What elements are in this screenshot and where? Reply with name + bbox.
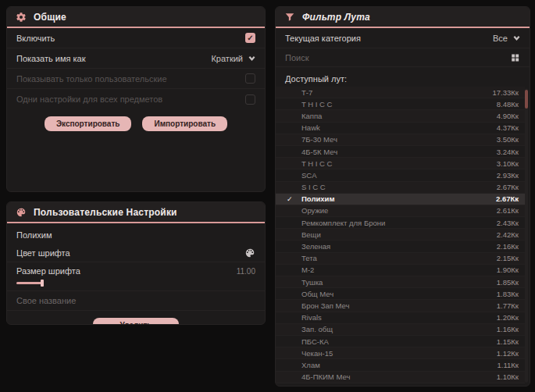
loot-item-name: Полихим	[295, 194, 496, 203]
loot-item-name: Hawk	[295, 123, 497, 132]
chevron-down-icon	[513, 34, 520, 41]
same-settings-row: Одни настройки для всех предметов	[7, 89, 265, 109]
custom-panel-title: Пользовательские Настройки	[34, 207, 177, 218]
loot-row[interactable]: Зеленая2.16Кк	[276, 241, 525, 252]
category-dropdown[interactable]: Все	[493, 34, 520, 43]
loot-row[interactable]: Ремкомплект для Брони2.43Кк	[276, 217, 525, 229]
show-name-dropdown[interactable]: Краткий	[211, 54, 255, 63]
loot-scrollbar-thumb[interactable]	[525, 90, 528, 109]
grid-icon[interactable]	[510, 52, 520, 63]
only-custom-checkbox[interactable]	[245, 73, 255, 84]
loot-row[interactable]: Зап. общ1.16Кк	[276, 324, 525, 336]
loot-item-value: 2.67Кк	[497, 183, 519, 191]
loot-row[interactable]: Общ Меч1.83Кк	[276, 288, 525, 300]
enable-checkbox[interactable]: ✓	[245, 33, 255, 43]
loot-item-value: 1.85Кк	[497, 278, 519, 287]
loot-item-value: 3.24Кк	[497, 148, 519, 156]
loot-item-value: 2.61Кк	[497, 206, 519, 215]
search-row	[276, 48, 530, 67]
loot-item-name: 4Б-ПКИМ Меч	[295, 372, 497, 381]
loot-row[interactable]: 7Б-30 Меч3.50Кк	[276, 134, 525, 146]
loot-item-name: Брон Зап Меч	[295, 301, 497, 310]
loot-item-name: Тета	[295, 254, 497, 262]
show-name-row: Показать имя как Краткий	[7, 48, 265, 69]
show-name-label: Показать имя как	[16, 54, 86, 63]
loot-scrollbar[interactable]	[525, 88, 528, 383]
category-row: Текущая категория Все	[276, 28, 530, 48]
loot-row[interactable]: Тета2.15Кк	[276, 253, 525, 265]
loot-item-value: 8.48Кк	[497, 100, 519, 109]
loot-item-value: 3.50Кк	[497, 135, 519, 144]
slider-thumb[interactable]	[41, 280, 44, 287]
loot-item-value: 4.37Кк	[497, 123, 519, 132]
loot-row[interactable]: Вещи2.42Кк	[276, 229, 525, 241]
enable-row: Включить ✓	[7, 28, 265, 48]
funnel-icon	[284, 12, 295, 23]
loot-item-name: Чекан-15	[295, 349, 497, 358]
font-size-slider[interactable]	[16, 281, 255, 285]
filter-panel-title: Фильтр Лута	[302, 12, 370, 23]
loot-item-value: 17.33Кк	[493, 88, 519, 97]
loot-row[interactable]: Брон Зап Меч1.77Кк	[276, 300, 525, 312]
loot-row[interactable]: 4Б-ПКИМ Меч1.10Кк	[276, 372, 525, 383]
loot-item-value: 1.11Кк	[498, 361, 519, 369]
loot-item-name: Зеленая	[295, 242, 497, 251]
delete-row: Удалить	[7, 311, 265, 325]
custom-panel-header: Пользовательские Настройки	[7, 202, 265, 223]
font-size-label: Размер шрифта	[16, 266, 80, 276]
loot-row[interactable]: 4Б-5К Меч3.24Кк	[276, 146, 525, 158]
palette-brush-icon	[16, 207, 27, 218]
font-size-value: 11.00	[237, 267, 255, 276]
loot-item-name: Каппа	[295, 112, 497, 120]
loot-row[interactable]: S I C C2.67Кк	[276, 182, 525, 194]
loot-item-name: Общ Меч	[295, 290, 497, 298]
loot-list: Т-717.33КкT H I C C8.48КкКаппа4.90КкHawk…	[276, 87, 525, 384]
filter-panel-header: Фильтр Лута	[276, 7, 530, 28]
loot-item-name: М-2	[295, 265, 497, 274]
loot-row[interactable]: ПБС-КА1.15Кк	[276, 336, 525, 347]
slider-fill	[16, 282, 43, 284]
loot-row[interactable]: SCA2.93Кк	[276, 169, 525, 181]
loot-item-value: 2.16Кк	[497, 242, 519, 251]
loot-row[interactable]: Т-717.33Кк	[276, 87, 525, 98]
export-import-row: Экспортировать Импортировать	[7, 109, 265, 131]
general-panel-header: Общие	[7, 7, 265, 28]
loot-row[interactable]: T H I C C8.48Кк	[276, 98, 525, 110]
import-button[interactable]: Импортировать	[142, 116, 227, 131]
search-input[interactable]	[285, 53, 510, 62]
loot-row[interactable]: Rivals1.20Кк	[276, 312, 525, 324]
loot-item-value: 2.43Кк	[497, 219, 519, 227]
loot-row[interactable]: Тушка1.85Кк	[276, 276, 525, 288]
delete-button[interactable]: Удалить	[93, 318, 178, 325]
loot-item-value: 1.90Кк	[497, 265, 519, 274]
loot-item-name: 4Б-5К Меч	[295, 148, 497, 156]
selected-item-name: Полихим	[7, 223, 265, 244]
loot-row[interactable]: Hawk4.37Кк	[276, 123, 525, 134]
font-size-slider-wrap	[7, 280, 265, 291]
loot-item-value: 1.83Кк	[497, 290, 519, 298]
export-button[interactable]: Экспортировать	[45, 116, 132, 131]
loot-item-value: 1.20Кк	[497, 313, 519, 322]
loot-item-name: Зап. общ	[295, 325, 497, 333]
loot-item-value: 2.67Кк	[496, 194, 519, 203]
custom-name-input[interactable]	[16, 296, 255, 305]
loot-item-name: Т-7	[295, 88, 493, 97]
loot-item-name: Хлам	[295, 361, 498, 369]
same-settings-checkbox[interactable]	[245, 94, 255, 105]
general-panel: Общие Включить ✓ Показать имя как Кратки…	[6, 6, 266, 192]
font-size-row: Размер шрифта 11.00	[7, 262, 265, 280]
loot-row[interactable]: Чекан-151.12Кк	[276, 347, 525, 359]
loot-row[interactable]: М-21.90Кк	[276, 265, 525, 276]
font-color-label: Цвет шрифта	[16, 248, 70, 258]
loot-item-name: ПБС-КА	[295, 337, 497, 346]
loot-row[interactable]: ✓Полихим2.67Кк	[276, 194, 525, 205]
gear-icon	[16, 12, 27, 23]
loot-row[interactable]: T H I C C3.10Кк	[276, 158, 525, 169]
color-palette-icon[interactable]	[244, 248, 255, 258]
enable-label: Включить	[16, 34, 55, 43]
loot-list-label: Доступный лут:	[276, 67, 530, 87]
loot-row[interactable]: Хлам1.11Кк	[276, 359, 525, 371]
only-custom-row: Показывать только пользовательские	[7, 69, 265, 89]
loot-row[interactable]: Оружие2.61Кк	[276, 205, 525, 217]
loot-row[interactable]: Каппа4.90Кк	[276, 110, 525, 122]
